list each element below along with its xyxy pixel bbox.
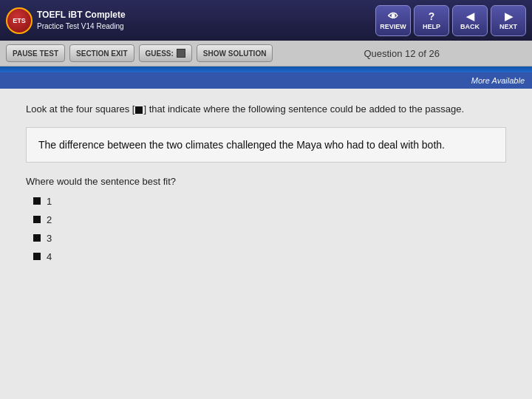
show-solution-button[interactable]: SHOW SOLUTION bbox=[197, 44, 273, 62]
option-2-icon bbox=[33, 216, 41, 223]
more-available-bar: More Available bbox=[0, 72, 532, 89]
nav-buttons: 👁 REVIEW ? HELP ◀ BACK ▶ NEXT bbox=[375, 5, 526, 36]
answer-options: 1 2 3 4 bbox=[26, 196, 506, 262]
section-exit-button[interactable]: SECTION EXIT bbox=[69, 44, 134, 62]
help-button[interactable]: ? HELP bbox=[414, 5, 449, 36]
guess-button[interactable]: GUESS: bbox=[139, 44, 192, 62]
main-content: Look at the four squares [] that indicat… bbox=[0, 89, 532, 399]
option-4[interactable]: 4 bbox=[33, 251, 506, 262]
question-counter: Question 12 of 26 bbox=[277, 48, 526, 59]
where-label: Where would the sentence best fit? bbox=[26, 176, 506, 187]
blue-divider bbox=[0, 66, 532, 72]
option-3-icon bbox=[33, 234, 41, 242]
instruction-text: Look at the four squares [] that indicat… bbox=[26, 102, 506, 117]
back-button[interactable]: ◀ BACK bbox=[452, 5, 488, 36]
review-button[interactable]: 👁 REVIEW bbox=[375, 5, 411, 36]
option-1-label: 1 bbox=[47, 196, 52, 207]
logo-icon: ETS bbox=[6, 7, 33, 34]
top-bar: ETS TOEFL iBT Complete Practice Test V14… bbox=[0, 0, 532, 41]
next-button[interactable]: ▶ NEXT bbox=[491, 5, 526, 36]
toolbar: PAUSE TEST SECTION EXIT GUESS: SHOW SOLU… bbox=[0, 41, 532, 66]
back-icon: ◀ bbox=[466, 11, 474, 21]
sentence-box: The difference between the two climates … bbox=[26, 127, 506, 163]
square-indicator bbox=[135, 106, 143, 114]
next-icon: ▶ bbox=[505, 11, 513, 21]
option-3[interactable]: 3 bbox=[33, 233, 506, 244]
logo-text: TOEFL iBT Complete Practice Test V14 Rea… bbox=[37, 10, 126, 31]
help-icon: ? bbox=[429, 11, 435, 21]
option-1[interactable]: 1 bbox=[33, 196, 506, 207]
option-2-label: 2 bbox=[47, 214, 52, 225]
option-4-icon bbox=[33, 253, 41, 260]
option-4-label: 4 bbox=[47, 251, 52, 262]
logo-area: ETS TOEFL iBT Complete Practice Test V14… bbox=[6, 7, 126, 34]
guess-checkbox[interactable] bbox=[177, 49, 185, 58]
option-2[interactable]: 2 bbox=[33, 214, 506, 225]
option-1-icon bbox=[33, 197, 41, 205]
review-icon: 👁 bbox=[388, 11, 398, 21]
option-3-label: 3 bbox=[47, 233, 52, 244]
pause-test-button[interactable]: PAUSE TEST bbox=[6, 44, 65, 62]
more-available-text: More Available bbox=[471, 76, 525, 85]
